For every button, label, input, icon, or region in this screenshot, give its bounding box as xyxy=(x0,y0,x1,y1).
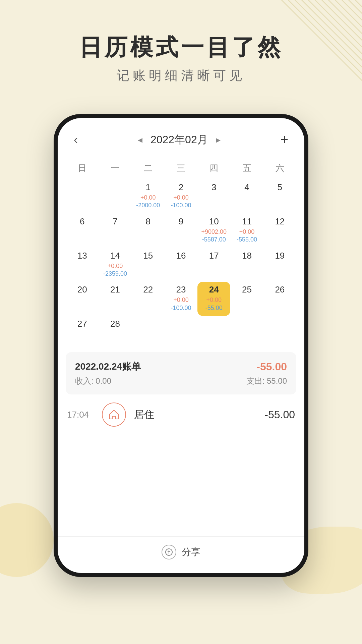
share-label[interactable]: 分享 xyxy=(182,546,200,558)
app-content: ‹ ◂ 2022年02月 ▸ + 日 一 二 三 四 五 xyxy=(58,118,304,573)
calendar-day[interactable]: 6 xyxy=(66,214,99,248)
calendar-day[interactable]: 27 xyxy=(66,316,99,345)
transaction-category: 居住 xyxy=(134,408,256,422)
bg-blob-left xyxy=(0,503,54,577)
calendar-day[interactable] xyxy=(197,316,230,345)
weekday-fri: 五 xyxy=(230,160,263,177)
calendar-day[interactable]: 21 xyxy=(99,282,131,316)
weekday-sat: 六 xyxy=(263,160,296,177)
calendar-day[interactable]: 1+0.00-2000.00 xyxy=(132,179,165,214)
weekday-header: 日 一 二 三 四 五 六 xyxy=(58,154,304,179)
calendar-day[interactable]: 3 xyxy=(197,179,230,214)
calendar-day[interactable]: 12 xyxy=(263,214,296,248)
day-number: 17 xyxy=(199,251,229,261)
day-income: +0.00 xyxy=(133,194,163,202)
calendar-day[interactable]: 24+0.00-55.00 xyxy=(197,282,230,316)
day-number: 9 xyxy=(166,216,196,227)
day-number: 10 xyxy=(199,216,229,227)
calendar-day[interactable] xyxy=(99,179,131,214)
calendar-day[interactable] xyxy=(132,316,165,345)
day-income: +0.00 xyxy=(166,296,196,304)
month-title: 2022年02月 xyxy=(150,132,208,147)
calendar-day[interactable]: 13 xyxy=(66,248,99,282)
calendar-day[interactable]: 25 xyxy=(230,282,263,316)
calendar-day[interactable]: 26 xyxy=(263,282,296,316)
calendar-day[interactable]: 15 xyxy=(132,248,165,282)
day-expense: -5587.00 xyxy=(199,236,229,244)
share-bar: 分享 xyxy=(58,536,304,573)
calendar-grid: 1+0.00-2000.002+0.00-100.00345678910+900… xyxy=(58,179,304,345)
day-number: 23 xyxy=(166,284,196,295)
day-income: +0.00 xyxy=(100,262,130,270)
svg-line-10 xyxy=(349,0,362,13)
day-expense: -555.00 xyxy=(232,236,262,244)
day-number: 24 xyxy=(199,284,229,295)
bill-date: 2022.02.24账单 xyxy=(75,360,141,373)
transaction-item[interactable]: 17:04 居住 -55.00 xyxy=(58,394,304,435)
phone-screen: ‹ ◂ 2022年02月 ▸ + 日 一 二 三 四 五 xyxy=(58,118,304,573)
calendar-day[interactable] xyxy=(230,316,263,345)
calendar-day[interactable]: 18 xyxy=(230,248,263,282)
calendar-day[interactable]: 14+0.00-2359.00 xyxy=(99,248,131,282)
bill-income-label: 收入: 0.00 xyxy=(75,376,111,386)
day-income: +0.00 xyxy=(199,296,229,304)
day-number: 15 xyxy=(133,251,163,261)
calendar-day[interactable] xyxy=(165,316,197,345)
main-title: 日历模式一目了然 xyxy=(0,34,362,61)
title-section: 日历模式一目了然 记账明细清晰可见 xyxy=(0,34,362,84)
calendar-day[interactable]: 5 xyxy=(263,179,296,214)
bill-header: 2022.02.24账单 -55.00 xyxy=(75,360,287,373)
month-nav: ◂ 2022年02月 ▸ xyxy=(138,132,221,147)
share-icon xyxy=(162,545,176,559)
add-button[interactable]: + xyxy=(281,132,288,147)
svg-line-8 xyxy=(335,0,362,27)
weekday-wed: 三 xyxy=(165,160,197,177)
day-number: 6 xyxy=(67,216,97,227)
calendar-day[interactable]: 8 xyxy=(132,214,165,248)
prev-month-button[interactable]: ◂ xyxy=(138,134,142,145)
phone-mockup: ‹ ◂ 2022年02月 ▸ + 日 一 二 三 四 五 xyxy=(54,114,308,577)
bill-total: -55.00 xyxy=(256,361,287,373)
calendar-day[interactable]: 9 xyxy=(165,214,197,248)
weekday-tue: 二 xyxy=(132,160,165,177)
day-number: 26 xyxy=(265,284,295,295)
day-income: +0.00 xyxy=(166,194,196,202)
calendar-day[interactable]: 17 xyxy=(197,248,230,282)
day-number: 16 xyxy=(166,251,196,261)
day-number: 8 xyxy=(133,216,163,227)
day-expense: -2000.00 xyxy=(133,202,163,209)
day-number: 28 xyxy=(100,319,130,329)
calendar-day[interactable]: 4 xyxy=(230,179,263,214)
phone-frame: ‹ ◂ 2022年02月 ▸ + 日 一 二 三 四 五 xyxy=(54,114,308,577)
transaction-time: 17:04 xyxy=(67,410,94,420)
calendar-day[interactable]: 28 xyxy=(99,316,131,345)
day-number: 13 xyxy=(67,251,97,261)
calendar-day[interactable] xyxy=(263,316,296,345)
calendar-day[interactable]: 20 xyxy=(66,282,99,316)
day-number: 3 xyxy=(199,182,229,193)
day-number: 19 xyxy=(265,251,295,261)
sub-title: 记账明细清晰可见 xyxy=(0,67,362,84)
next-month-button[interactable]: ▸ xyxy=(216,134,221,145)
calendar-day[interactable]: 19 xyxy=(263,248,296,282)
calendar-day[interactable] xyxy=(66,179,99,214)
calendar-day[interactable]: 16 xyxy=(165,248,197,282)
bill-section: 2022.02.24账单 -55.00 收入: 0.00 支出: 55.00 xyxy=(66,352,296,394)
day-expense: -100.00 xyxy=(166,304,196,312)
day-expense: -100.00 xyxy=(166,202,196,209)
day-number: 27 xyxy=(67,319,97,329)
calendar-day[interactable]: 22 xyxy=(132,282,165,316)
back-button[interactable]: ‹ xyxy=(74,133,78,147)
day-number: 4 xyxy=(232,182,262,193)
weekday-sun: 日 xyxy=(66,160,99,177)
calendar-day[interactable]: 7 xyxy=(99,214,131,248)
calendar-day[interactable]: 10+9002.00-5587.00 xyxy=(197,214,230,248)
day-number: 12 xyxy=(265,216,295,227)
calendar-day[interactable]: 23+0.00-100.00 xyxy=(165,282,197,316)
calendar-day[interactable]: 2+0.00-100.00 xyxy=(165,179,197,214)
transaction-category-icon xyxy=(102,402,126,427)
day-number: 5 xyxy=(265,182,295,193)
calendar-day[interactable]: 11+0.00-555.00 xyxy=(230,214,263,248)
day-number: 14 xyxy=(100,251,130,261)
day-number: 20 xyxy=(67,284,97,295)
